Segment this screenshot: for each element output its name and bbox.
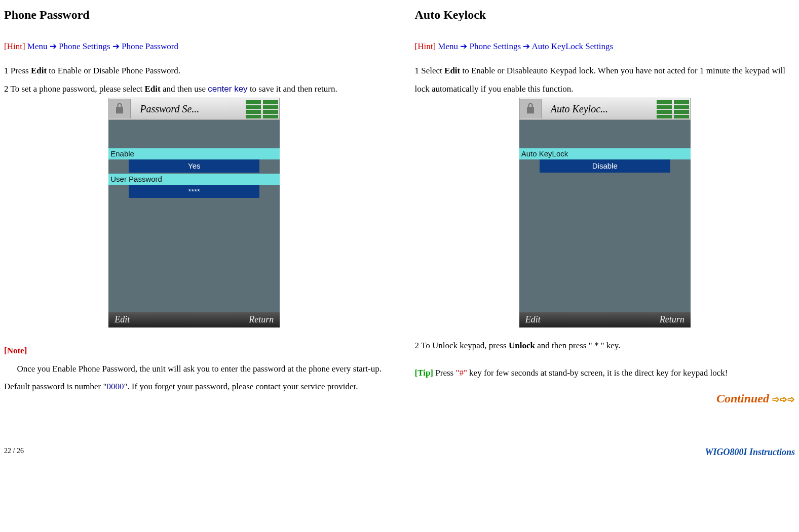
softkey-left: Edit (115, 314, 130, 325)
screenshot-softkeys: Edit Return (108, 312, 280, 328)
page-number: 22 / 26 (4, 447, 24, 458)
step-number: 2 (4, 84, 9, 94)
screenshot-title: Password Se... (131, 103, 245, 115)
screenshot-title: Auto Keyloc... (542, 103, 656, 115)
right-heading: Auto Keylock (415, 2, 795, 27)
hint-label: [Hint] (415, 42, 436, 51)
step-text: to Enable or Disableauto Keypad lock. Wh… (415, 66, 785, 94)
default-password: 0000 (106, 382, 124, 391)
screenshot-titlebar: Auto Keyloc... (519, 98, 691, 120)
step-text: Press (9, 66, 31, 75)
center-key-text: center key (208, 84, 247, 94)
step-bold: Unlock (509, 341, 535, 350)
softkey-right: Return (660, 314, 684, 325)
battery-icon (673, 98, 690, 119)
lock-icon (520, 99, 542, 118)
field-keylock-label: Auto KeyLock (519, 148, 691, 159)
battery-icon (262, 98, 279, 119)
note-part: ". If you forget your password, please c… (124, 382, 358, 391)
step-text: to save it and then return. (248, 84, 337, 94)
step-text: and then use (161, 84, 208, 94)
step-bold: Edit (145, 84, 161, 94)
arrow-right-icon: ➩➩➩ (772, 394, 795, 404)
note-label: [Note] (4, 342, 385, 360)
tip-label: [Tip] (415, 368, 434, 378)
step-text: to Enable or Disable Phone Password. (47, 66, 180, 75)
tip-line: [Tip] Press "#" key for few seconds at s… (415, 364, 795, 382)
left-column: Phone Password [Hint] Menu ➔ Phone Setti… (4, 2, 385, 412)
doc-title: WIGO800I Instructions (705, 447, 795, 458)
page-footer: 22 / 26 WIGO800I Instructions (4, 447, 795, 458)
right-step-1: 1 Select Edit to Enable or Disableauto K… (415, 62, 795, 98)
step-text: Select (419, 66, 444, 75)
hash-key: "#" (455, 368, 467, 378)
continued-text: Continued (716, 392, 772, 405)
step-text: and then press "＊" key. (535, 341, 621, 350)
screenshot-body: Auto KeyLock Disable (519, 120, 691, 312)
right-column: Auto Keylock [Hint] Menu ➔ Phone Setting… (415, 2, 795, 412)
softkey-left: Edit (525, 314, 541, 325)
step-bold: Edit (444, 66, 460, 75)
left-step-1: 1 Press Edit to Enable or Disable Phone … (4, 62, 385, 80)
tip-text: Press (433, 368, 455, 378)
screenshot-password: Password Se... Enable Yes User Password … (108, 98, 280, 328)
softkey-right: Return (249, 314, 274, 325)
note-text: Once you Enable Phone Password, the unit… (4, 360, 385, 396)
right-hint: [Hint] Menu ➔ Phone Settings ➔ Auto KeyL… (415, 37, 795, 56)
step-number: 1 (415, 66, 420, 75)
battery-icon (656, 98, 673, 119)
hint-path: Menu ➔ Phone Settings ➔ Phone Password (27, 42, 178, 51)
field-password-label: User Password (108, 174, 280, 185)
step-number: 1 (4, 66, 9, 75)
left-hint: [Hint] Menu ➔ Phone Settings ➔ Phone Pas… (4, 37, 385, 56)
field-enable-value: Yes (129, 159, 259, 173)
step-text: To Unlock keypad, press (419, 341, 509, 350)
left-heading: Phone Password (4, 2, 385, 27)
tip-text: key for few seconds at stand-by screen, … (467, 368, 728, 378)
hint-label: [Hint] (4, 42, 25, 51)
step-text: To set a phone password, please select (9, 84, 145, 94)
step-bold: Edit (31, 66, 47, 75)
screenshot-body: Enable Yes User Password **** (108, 120, 280, 312)
step-number: 2 (415, 341, 420, 350)
lock-icon (109, 99, 131, 118)
hint-path: Menu ➔ Phone Settings ➔ Auto KeyLock Set… (438, 42, 613, 51)
left-step-2: 2 To set a phone password, please select… (4, 80, 385, 98)
continued: Continued ➩➩➩ (415, 386, 795, 411)
field-password-value: **** (129, 185, 259, 198)
screenshot-titlebar: Password Se... (108, 98, 280, 120)
battery-icon (245, 98, 262, 119)
screenshot-softkeys: Edit Return (519, 312, 691, 328)
screenshot-keylock: Auto Keyloc... Auto KeyLock Disable Edit… (519, 98, 691, 328)
field-keylock-value: Disable (540, 159, 670, 173)
right-step-2: 2 To Unlock keypad, press Unlock and the… (415, 337, 795, 355)
field-enable-label: Enable (108, 148, 280, 159)
